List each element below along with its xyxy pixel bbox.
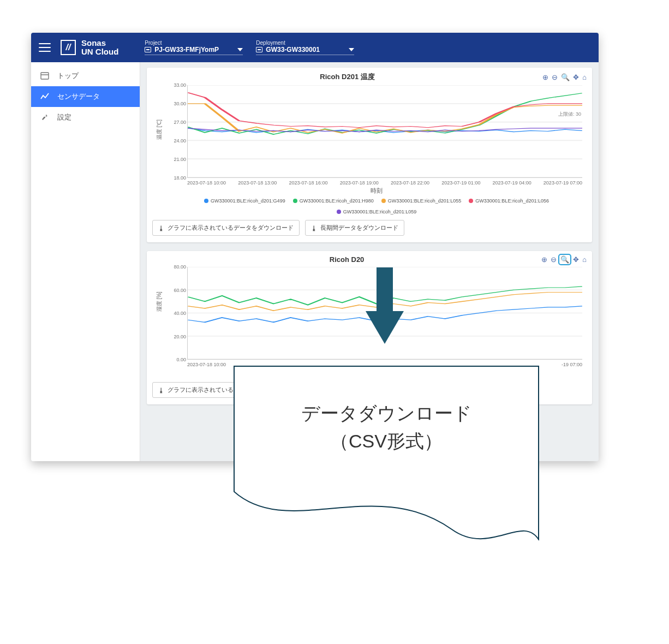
menu-icon[interactable] (39, 43, 51, 52)
sidebar-item-label: センサデータ (57, 92, 100, 102)
legend-item[interactable]: GW330001:BLE:ricoh_d201:L056 (469, 198, 549, 204)
project-value: PJ-GW33-FMFjYomP (154, 46, 219, 53)
legend-dot-icon (204, 199, 208, 203)
chart-area: 湿度 [%] 0.0020.0040.0060.0080.00 2023-07-… (171, 267, 582, 377)
ytick: 40.00 (174, 311, 186, 316)
brand-line1: Sonas (81, 39, 118, 47)
zoom-in-icon[interactable]: ⊕ (541, 255, 547, 264)
legend-label: GW330001:BLE:ricoh_d201:L059 (343, 209, 417, 214)
xtick: 2023-07-18 13:00 (238, 180, 277, 186)
zoom-select-icon[interactable]: 🔍 (560, 255, 570, 264)
callout-tail-icon (234, 491, 539, 579)
sidebar-item-label: トップ (57, 71, 79, 81)
ytick: 21.00 (174, 157, 186, 162)
chart-toolbar: ⊕ ⊖ 🔍 ✥ ⌂ (542, 73, 587, 81)
project-selector[interactable]: Project PJ-GW33-FMFjYomP (145, 40, 243, 55)
brand-line2: UN Cloud (81, 47, 118, 56)
legend-item[interactable]: GW330001:BLE:ricoh_d201:H980 (293, 198, 374, 204)
ytick: 60.00 (174, 288, 186, 293)
download-icon: ⭳ (158, 225, 164, 231)
deployment-selector[interactable]: Deployment GW33-GW330001 (256, 40, 354, 55)
caret-down-icon (237, 48, 243, 51)
xtick: -19 07:00 (562, 362, 582, 367)
legend-dot-icon (469, 199, 473, 203)
plot-svg-0 (188, 85, 582, 177)
plot-0[interactable]: 上限値: 30 (187, 85, 582, 178)
ytick: 30.00 (174, 101, 186, 106)
chart-area: 温度 [℃] 上限値: 30 18.0021.0024.0027.0030.00… (171, 85, 582, 214)
folder-icon (145, 47, 151, 52)
legend-item[interactable]: GW330001:BLE:ricoh_d201:L059 (337, 209, 417, 214)
zoom-in-icon[interactable]: ⊕ (542, 73, 548, 81)
sidebar-item-settings[interactable]: 設定 (31, 107, 140, 128)
ytick: 0.00 (176, 357, 186, 362)
xtick: 2023-07-18 10:00 (187, 362, 226, 367)
chart-title: Ricoh D20 (152, 255, 541, 264)
brand-logo: // Sonas UN Cloud (61, 39, 118, 56)
y-axis-label: 温度 [℃] (156, 119, 163, 139)
download-longterm-label: 長期間データをダウンロード (320, 224, 398, 232)
home-icon[interactable]: ⌂ (582, 73, 587, 81)
ytick: 80.00 (174, 264, 186, 270)
chart-card-temperature: Ricoh D201 温度 ⊕ ⊖ 🔍 ✥ ⌂ 温度 [℃] 上限値: 30 (147, 68, 592, 242)
xtick: 2023-07-18 10:00 (187, 180, 226, 186)
callout-line1: データダウンロード (235, 399, 538, 427)
topbar: // Sonas UN Cloud Project PJ-GW33-FMFjYo… (31, 33, 599, 62)
xtick: 2023-07-19 01:00 (441, 180, 480, 186)
threshold-annotation: 上限値: 30 (558, 111, 581, 118)
download-visible-button[interactable]: ⭳グラフに表示されているデータをダウンロード (152, 220, 300, 236)
legend-dot-icon (381, 199, 386, 203)
svg-rect-0 (41, 73, 49, 79)
callout-box: データダウンロード （CSV形式） (234, 366, 539, 579)
xtick: 2023-07-18 16:00 (289, 180, 328, 186)
device-icon (256, 47, 262, 52)
ytick: 24.00 (174, 138, 186, 144)
yticks-1: 0.0020.0040.0060.0080.00 (171, 267, 186, 360)
ytick: 33.00 (174, 82, 186, 88)
plot-svg-1 (188, 267, 582, 359)
zoom-out-icon[interactable]: ⊖ (552, 73, 558, 81)
home-icon[interactable]: ⌂ (582, 255, 587, 264)
deployment-label: Deployment (256, 40, 354, 46)
y-axis-label: 湿度 [%] (156, 291, 163, 312)
legend-label: GW330001:BLE:ricoh_d201:L055 (388, 198, 462, 204)
download-visible-label: グラフに表示されているデータをダウンロード (168, 224, 294, 232)
plot-1[interactable] (187, 267, 582, 360)
chart-toolbar: ⊕ ⊖ 🔍 ✥ ⌂ (541, 255, 587, 264)
xtick: 2023-07-18 22:00 (391, 180, 429, 186)
legend-label: GW330001:BLE:ricoh_d201:G499 (211, 198, 285, 204)
legend-dot-icon (337, 210, 341, 214)
chart-icon (40, 92, 50, 102)
legend-label: GW330001:BLE:ricoh_d201:H980 (300, 198, 374, 204)
project-label: Project (145, 40, 243, 46)
xtick: 2023-07-19 04:00 (493, 180, 531, 186)
caret-down-icon (349, 48, 354, 51)
ytick: 20.00 (174, 334, 186, 339)
legend-0: GW330001:BLE:ricoh_d201:G499GW330001:BLE… (171, 198, 582, 214)
legend-item[interactable]: GW330001:BLE:ricoh_d201:G499 (204, 198, 285, 204)
sidebar-item-sensordata[interactable]: センサデータ (31, 86, 140, 107)
logo-mark-icon: // (61, 40, 76, 55)
sidebar: トップ センサデータ 設定 (31, 62, 140, 461)
zoom-out-icon[interactable]: ⊖ (551, 255, 557, 264)
legend-label: GW330001:BLE:ricoh_d201:L056 (475, 198, 549, 204)
pan-icon[interactable]: ✥ (573, 255, 579, 264)
xtick: 2023-07-19 07:00 (543, 180, 582, 186)
sidebar-item-label: 設定 (57, 112, 71, 122)
deployment-value: GW33-GW330001 (266, 46, 320, 53)
pan-icon[interactable]: ✥ (573, 73, 579, 81)
xticks-0: 2023-07-18 10:002023-07-18 13:002023-07-… (187, 180, 582, 186)
wrench-icon (40, 112, 50, 122)
yticks-0: 18.0021.0024.0027.0030.0033.00 (171, 85, 186, 178)
download-icon: ⭳ (158, 387, 164, 393)
download-longterm-button[interactable]: ⭳長期間データをダウンロード (305, 220, 404, 236)
zoom-select-icon[interactable]: 🔍 (561, 73, 570, 81)
legend-item[interactable]: GW330001:BLE:ricoh_d201:L055 (381, 198, 462, 204)
callout-line2: （CSV形式） (235, 427, 538, 455)
download-icon: ⭳ (311, 225, 317, 231)
sidebar-item-top[interactable]: トップ (31, 65, 140, 86)
dashboard-icon (40, 71, 50, 81)
legend-dot-icon (293, 199, 297, 203)
ytick: 27.00 (174, 120, 186, 125)
ytick: 18.00 (174, 175, 186, 181)
